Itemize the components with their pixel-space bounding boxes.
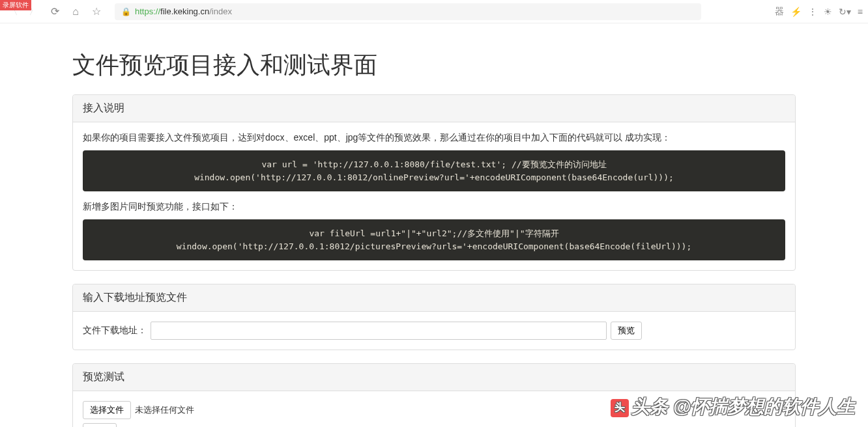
browser-toolbar: 〈 〉 ⟳ ⌂ ☆ 🔒 https://file.keking.cn/index… [0, 0, 868, 23]
panel-preview-test-body: 选择文件 未选择任何文件 上 传 文件名 操作 [73, 391, 795, 427]
panel-integration-heading: 接入说明 [73, 95, 795, 122]
menu-icon[interactable]: ≡ [858, 7, 863, 17]
lock-icon: 🔒 [121, 7, 131, 16]
panel-preview-test-heading: 预览测试 [73, 364, 795, 391]
code-block-1: var url = 'http://127.0.0.1:8080/file/te… [83, 150, 785, 191]
panel-integration-body: 如果你的项目需要接入文件预览项目，达到对docx、excel、ppt、jpg等文… [73, 122, 795, 270]
panel-url-preview-heading: 输入下载地址预览文件 [73, 284, 795, 312]
panel-url-preview: 输入下载地址预览文件 文件下载地址： 预览 [72, 284, 796, 350]
code-block-2: var fileUrl =url1+"|"+"url2";//多文件使用"|"字… [83, 219, 785, 260]
url-host: file.keking.cn [160, 7, 209, 16]
intro-text-2: 新增多图片同时预览功能，接口如下： [83, 201, 785, 213]
qr-icon[interactable]: 器 [775, 6, 784, 18]
intro-text-1: 如果你的项目需要接入文件预览项目，达到对docx、excel、ppt、jpg等文… [83, 132, 785, 144]
page-title: 文件预览项目接入和测试界面 [72, 49, 796, 81]
upload-row: 上 传 [83, 423, 785, 427]
theme-icon[interactable]: ☀ [824, 7, 832, 17]
refresh-icon[interactable]: ⟳ [47, 4, 63, 20]
panel-integration: 接入说明 如果你的项目需要接入文件预览项目，达到对docx、excel、ppt、… [72, 94, 796, 271]
corner-badge: 录屏软件 [0, 0, 31, 10]
address-bar[interactable]: 🔒 https://file.keking.cn/index [115, 3, 701, 20]
preview-button[interactable]: 预览 [611, 322, 642, 340]
url-label: 文件下载地址： [83, 325, 147, 337]
divider: ⋮ [808, 7, 817, 17]
bolt-icon[interactable]: ⚡ [790, 7, 802, 17]
toolbar-right: 器 ⚡ ⋮ ☀ ↻▾ ≡ [775, 6, 863, 18]
home-icon[interactable]: ⌂ [68, 4, 83, 20]
star-icon[interactable]: ☆ [89, 4, 104, 20]
url-protocol: https:// [135, 7, 160, 16]
url-form-row: 文件下载地址： 预览 [83, 322, 785, 340]
url-input[interactable] [151, 322, 607, 340]
main-container: 文件预览项目接入和测试界面 接入说明 如果你的项目需要接入文件预览项目，达到对d… [63, 23, 805, 427]
url-path: /index [209, 7, 232, 16]
choose-file-button[interactable]: 选择文件 [83, 401, 131, 419]
upload-button[interactable]: 上 传 [83, 423, 117, 427]
file-chooser-row: 选择文件 未选择任何文件 [83, 401, 785, 419]
no-file-label: 未选择任何文件 [135, 404, 194, 416]
download-icon[interactable]: ↻▾ [839, 7, 851, 17]
panel-preview-test: 预览测试 选择文件 未选择任何文件 上 传 文件名 操作 [72, 363, 796, 427]
panel-url-preview-body: 文件下载地址： 预览 [73, 312, 795, 350]
url-text: https://file.keking.cn/index [135, 7, 232, 16]
